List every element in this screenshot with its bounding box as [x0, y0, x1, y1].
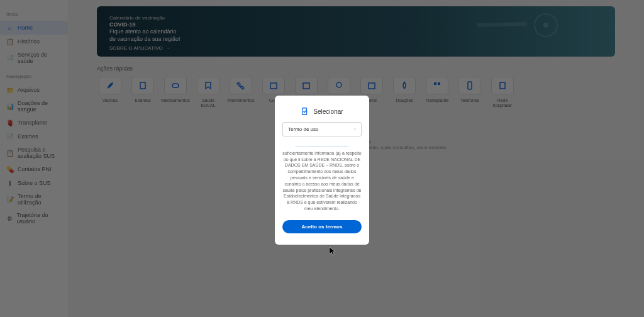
modal-header: Selecionar — [282, 107, 362, 116]
terms-modal: Selecionar Termo de uso › ———————————— s… — [275, 96, 369, 245]
modal-select-label: Termo de uso — [288, 126, 318, 132]
chevron-right-icon: › — [354, 126, 356, 132]
modal-body-text: suficientemente informado (a) a respeito… — [282, 151, 361, 211]
svg-rect-13 — [303, 108, 307, 115]
modal-body-redacted: ———————————— — [282, 143, 362, 149]
modal-overlay: Selecionar Termo de uso › ———————————— s… — [0, 0, 644, 317]
modal-body: ———————————— suficientemente informado (… — [282, 143, 362, 212]
document-check-icon — [301, 107, 309, 116]
modal-select[interactable]: Termo de uso › — [282, 122, 362, 136]
modal-title: Selecionar — [313, 108, 343, 115]
accept-terms-button[interactable]: Aceito os termos — [282, 220, 362, 233]
